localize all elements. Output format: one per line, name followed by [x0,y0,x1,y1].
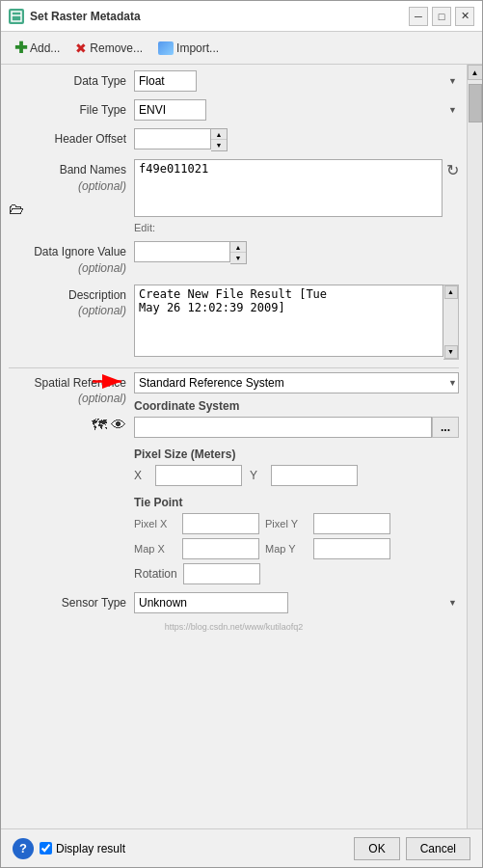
add-icon: ✚ [14,39,27,57]
pixel-size-xy-row: X Y [134,465,459,486]
band-names-textarea[interactable]: f49e011021 [134,159,443,217]
scroll-up-arrow[interactable]: ▲ [468,65,483,80]
maximize-button[interactable]: □ [432,7,451,26]
sensor-type-select-wrap: Unknown Landsat MODIS SPOT ▼ [134,592,459,613]
data-type-select-wrap: Float Byte Integer Long Double ▼ [134,70,459,92]
pixel-x-input[interactable] [182,513,259,534]
description-row: Description (optional) Create New File R… [9,285,459,360]
title-bar: Set Raster Metadata ─ □ ✕ [1,1,482,32]
header-offset-input[interactable]: 0 [134,128,211,149]
window-icon [9,9,24,24]
header-offset-spinbtns: ▲ ▼ [211,128,228,151]
band-names-row: Band Names (optional) 🗁 f49e011021 Edit: [9,159,459,233]
sensor-type-control: Unknown Landsat MODIS SPOT ▼ [134,592,459,613]
spatial-reference-label: Spatial Reference (optional) 🗺 👁 [9,372,134,437]
tie-point-row1: Pixel X Pixel Y [134,513,459,534]
map-icon[interactable]: 🗺 [92,415,107,436]
data-ignore-down[interactable]: ▼ [230,253,246,263]
file-type-row: File Type ENVI GeoTIFF HDF4 HDF5 ▼ [9,99,459,121]
import-button[interactable]: Import... [152,40,225,57]
srs-dropdown-row: Standard Reference System ▼ [134,372,459,393]
sensor-type-select[interactable]: Unknown Landsat MODIS SPOT [134,592,288,613]
description-control: Create New File Result [Tue May 26 12:02… [134,285,459,360]
add-button[interactable]: ✚ Add... [9,37,66,59]
pixel-size-y-label: Y [250,469,263,482]
pixel-y-input[interactable] [313,513,390,534]
pixel-size-y-input[interactable] [271,465,358,486]
display-result-checkbox[interactable] [40,842,52,854]
ok-button[interactable]: OK [354,837,399,860]
band-names-wrap: f49e011021 Edit: ↻ [134,159,459,233]
data-ignore-row: Data Ignore Value (optional) -3.00000 ▲ … [9,241,459,277]
file-type-control: ENVI GeoTIFF HDF4 HDF5 ▼ [134,99,459,121]
description-label: Description (optional) [9,285,134,320]
footer-left: ? Display result [13,838,354,859]
rotation-label: Rotation [134,567,177,581]
footer: ? Display result OK Cancel [1,828,482,867]
pixel-size-label: Pixel Size (Meters) [134,448,459,461]
data-type-control: Float Byte Integer Long Double ▼ [134,70,459,92]
scroll-thumb[interactable] [469,84,482,122]
close-button[interactable]: ✕ [455,7,474,26]
import-icon [158,41,174,55]
data-ignore-label: Data Ignore Value (optional) [9,241,134,277]
coord-system-input[interactable] [134,417,432,438]
sensor-type-row: Sensor Type Unknown Landsat MODIS SPOT ▼ [9,592,459,613]
remove-button[interactable]: ✖ Remove... [69,39,148,58]
main-window: Set Raster Metadata ─ □ ✕ ✚ Add... ✖ Rem… [0,0,483,868]
form-scroll[interactable]: Data Type Float Byte Integer Long Double… [1,65,467,828]
help-button[interactable]: ? [13,838,34,859]
header-offset-up[interactable]: ▲ [211,129,227,140]
rotation-input[interactable] [183,563,260,584]
data-ignore-up[interactable]: ▲ [230,242,246,253]
description-scrollbar: ▲ ▼ [443,285,459,360]
band-names-control: f49e011021 Edit: ↻ [134,159,459,233]
map-y-label: Map Y [265,543,308,555]
sensor-type-dropdown-arrow: ▼ [448,598,457,608]
eye-icon[interactable]: 👁 [111,415,126,436]
description-scroll-up[interactable]: ▲ [444,285,458,299]
header-offset-control: 0 ▲ ▼ [134,128,459,151]
data-ignore-input[interactable]: -3.00000 [134,241,230,262]
band-names-edit: Edit: [134,222,443,233]
description-textarea[interactable]: Create New File Result [Tue May 26 12:02… [134,285,443,357]
map-y-input[interactable] [313,538,390,559]
scrollbar: ▲ [467,65,482,828]
map-x-label: Map X [134,543,176,555]
data-type-select[interactable]: Float Byte Integer Long Double [134,70,197,92]
pixel-x-label: Pixel X [134,518,176,529]
tie-point-label: Tie Point [134,496,459,509]
folder-icon[interactable]: 🗁 [9,199,24,220]
sensor-type-label: Sensor Type [9,592,134,611]
band-names-area: f49e011021 Edit: [134,159,443,233]
dots-button[interactable]: ... [432,417,459,438]
toolbar: ✚ Add... ✖ Remove... Import... [1,32,482,65]
spatial-ref-control: Standard Reference System ▼ Coordinate S… [134,372,459,584]
header-offset-down[interactable]: ▼ [211,140,227,150]
minimize-button[interactable]: ─ [409,7,428,26]
description-scroll-down[interactable]: ▼ [444,345,458,359]
window-controls: ─ □ ✕ [409,7,474,26]
pixel-size-x-input[interactable] [155,465,242,486]
display-result-label[interactable]: Display result [40,842,125,855]
file-type-label: File Type [9,99,134,119]
band-names-label: Band Names (optional) 🗁 [9,159,134,220]
pixel-size-section: Pixel Size (Meters) X Y [134,448,459,486]
header-offset-label: Header Offset [9,128,134,148]
watermark: https://blog.csdn.net/www/kutilaofq2 [9,621,459,633]
coord-system-row: ... [134,417,459,438]
svg-rect-0 [12,12,21,21]
srs-select[interactable]: Standard Reference System [134,372,459,393]
window-title: Set Raster Metadata [30,10,409,23]
footer-right: OK Cancel [354,837,470,860]
file-type-dropdown-arrow: ▼ [448,105,457,115]
coord-system-label: Coordinate System [134,399,459,413]
file-type-select[interactable]: ENVI GeoTIFF HDF4 HDF5 [134,99,206,121]
spatial-ref-icons: 🗺 👁 [9,415,126,436]
refresh-icon[interactable]: ↻ [446,159,459,179]
map-x-input[interactable] [182,538,259,559]
cancel-button[interactable]: Cancel [406,837,470,860]
file-type-select-wrap: ENVI GeoTIFF HDF4 HDF5 ▼ [134,99,459,121]
coord-system-section: Coordinate System ... [134,399,459,438]
tie-point-row2: Map X Map Y [134,538,459,559]
